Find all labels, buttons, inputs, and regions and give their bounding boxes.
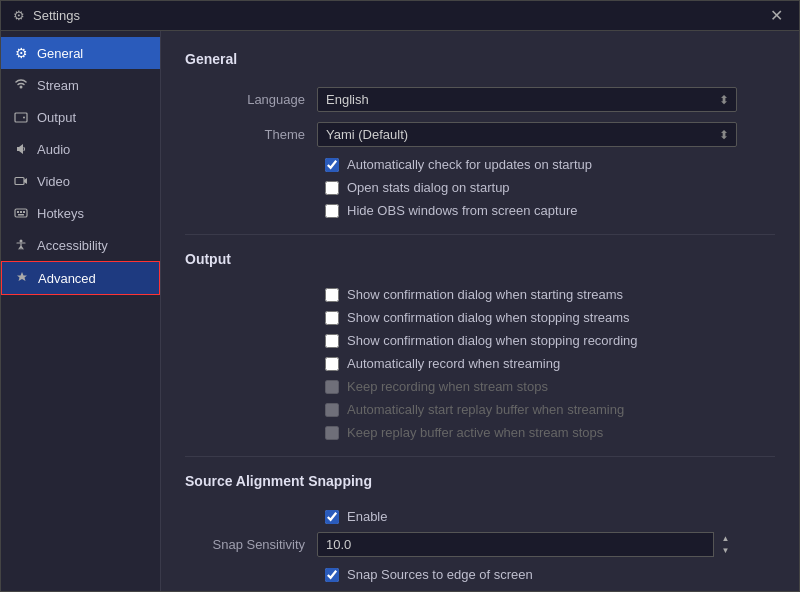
sidebar-item-advanced[interactable]: Advanced	[1, 261, 160, 295]
snap-other-label[interactable]: Snap Sources to other sources	[347, 590, 526, 591]
snapping-section: Source Alignment Snapping Enable Snap Se…	[185, 473, 775, 591]
check-updates-label[interactable]: Automatically check for updates on start…	[347, 157, 592, 172]
theme-label: Theme	[185, 127, 305, 142]
confirm-stop-recording-label[interactable]: Show confirmation dialog when stopping r…	[347, 333, 638, 348]
confirm-stop-streams-row: Show confirmation dialog when stopping s…	[325, 310, 775, 325]
output-icon	[13, 109, 29, 125]
hide-obs-checkbox[interactable]	[325, 204, 339, 218]
sidebar: ⚙ General Stream Output Audio	[1, 31, 161, 591]
sidebar-item-hotkeys[interactable]: Hotkeys	[1, 197, 160, 229]
titlebar-left: ⚙ Settings	[11, 8, 80, 24]
general-section: General Language English Theme Yami (Def…	[185, 51, 775, 218]
close-button[interactable]: ✕	[764, 4, 789, 27]
advanced-icon	[14, 270, 30, 286]
snap-edge-row: Snap Sources to edge of screen	[325, 567, 775, 582]
snap-edge-checkbox[interactable]	[325, 568, 339, 582]
auto-replay-row: Automatically start replay buffer when s…	[325, 402, 775, 417]
svg-rect-7	[23, 211, 25, 213]
hide-obs-label[interactable]: Hide OBS windows from screen capture	[347, 203, 577, 218]
keep-recording-row: Keep recording when stream stops	[325, 379, 775, 394]
theme-row: Theme Yami (Default)	[185, 122, 775, 147]
keep-replay-row: Keep replay buffer active when stream st…	[325, 425, 775, 440]
sidebar-label-general: General	[37, 46, 83, 61]
enable-snapping-row: Enable	[325, 509, 775, 524]
snap-other-row: Snap Sources to other sources	[325, 590, 775, 591]
sidebar-item-accessibility[interactable]: Accessibility	[1, 229, 160, 261]
snap-sensitivity-wrap: ▲ ▼	[317, 532, 737, 557]
language-label: Language	[185, 92, 305, 107]
auto-record-checkbox[interactable]	[325, 357, 339, 371]
window-content: ⚙ General Stream Output Audio	[1, 31, 799, 591]
main-content: General Language English Theme Yami (Def…	[161, 31, 799, 591]
open-stats-row: Open stats dialog on startup	[325, 180, 775, 195]
language-select[interactable]: English	[317, 87, 737, 112]
settings-window: ⚙ Settings ✕ ⚙ General Stream Output	[0, 0, 800, 592]
svg-rect-5	[17, 211, 19, 213]
hide-obs-row: Hide OBS windows from screen capture	[325, 203, 775, 218]
snap-other-checkbox[interactable]	[325, 591, 339, 592]
sidebar-label-stream: Stream	[37, 78, 79, 93]
sidebar-label-advanced: Advanced	[38, 271, 96, 286]
confirm-start-label[interactable]: Show confirmation dialog when starting s…	[347, 287, 623, 302]
confirm-start-row: Show confirmation dialog when starting s…	[325, 287, 775, 302]
keep-recording-label: Keep recording when stream stops	[347, 379, 548, 394]
divider-2	[185, 456, 775, 457]
divider-1	[185, 234, 775, 235]
svg-point-0	[20, 86, 23, 89]
general-icon: ⚙	[13, 45, 29, 61]
theme-select-wrap: Yami (Default)	[317, 122, 737, 147]
sidebar-label-audio: Audio	[37, 142, 70, 157]
open-stats-checkbox[interactable]	[325, 181, 339, 195]
snap-down-arrow[interactable]: ▼	[714, 545, 737, 558]
general-section-title: General	[185, 51, 775, 71]
svg-rect-3	[15, 178, 24, 185]
window-title: Settings	[33, 8, 80, 23]
sidebar-item-general[interactable]: ⚙ General	[1, 37, 160, 69]
check-updates-checkbox[interactable]	[325, 158, 339, 172]
keep-recording-checkbox[interactable]	[325, 380, 339, 394]
sidebar-label-output: Output	[37, 110, 76, 125]
snap-arrows: ▲ ▼	[713, 532, 737, 557]
snap-edge-label[interactable]: Snap Sources to edge of screen	[347, 567, 533, 582]
auto-replay-checkbox[interactable]	[325, 403, 339, 417]
confirm-stop-recording-checkbox[interactable]	[325, 334, 339, 348]
hotkeys-icon	[13, 205, 29, 221]
enable-snapping-label[interactable]: Enable	[347, 509, 387, 524]
auto-record-label[interactable]: Automatically record when streaming	[347, 356, 560, 371]
confirm-start-checkbox[interactable]	[325, 288, 339, 302]
keep-replay-label: Keep replay buffer active when stream st…	[347, 425, 603, 440]
open-stats-label[interactable]: Open stats dialog on startup	[347, 180, 510, 195]
output-section-title: Output	[185, 251, 775, 271]
sidebar-label-accessibility: Accessibility	[37, 238, 108, 253]
svg-point-2	[23, 117, 25, 119]
confirm-stop-streams-label[interactable]: Show confirmation dialog when stopping s…	[347, 310, 630, 325]
sidebar-item-output[interactable]: Output	[1, 101, 160, 133]
titlebar: ⚙ Settings ✕	[1, 1, 799, 31]
snap-sensitivity-row: Snap Sensitivity ▲ ▼	[185, 532, 775, 557]
snap-up-arrow[interactable]: ▲	[714, 532, 737, 545]
video-icon	[13, 173, 29, 189]
keep-replay-checkbox[interactable]	[325, 426, 339, 440]
svg-point-9	[20, 240, 23, 243]
enable-snapping-checkbox[interactable]	[325, 510, 339, 524]
snapping-section-title: Source Alignment Snapping	[185, 473, 775, 493]
sidebar-label-video: Video	[37, 174, 70, 189]
snap-sensitivity-label: Snap Sensitivity	[185, 537, 305, 552]
sidebar-item-stream[interactable]: Stream	[1, 69, 160, 101]
accessibility-icon	[13, 237, 29, 253]
theme-select[interactable]: Yami (Default)	[317, 122, 737, 147]
sidebar-item-audio[interactable]: Audio	[1, 133, 160, 165]
snap-sensitivity-input[interactable]	[317, 532, 737, 557]
auto-replay-label: Automatically start replay buffer when s…	[347, 402, 624, 417]
sidebar-item-video[interactable]: Video	[1, 165, 160, 197]
language-select-wrap: English	[317, 87, 737, 112]
audio-icon	[13, 141, 29, 157]
language-row: Language English	[185, 87, 775, 112]
sidebar-label-hotkeys: Hotkeys	[37, 206, 84, 221]
confirm-stop-recording-row: Show confirmation dialog when stopping r…	[325, 333, 775, 348]
stream-icon	[13, 77, 29, 93]
svg-rect-6	[20, 211, 22, 213]
settings-icon: ⚙	[11, 8, 27, 24]
auto-record-row: Automatically record when streaming	[325, 356, 775, 371]
confirm-stop-streams-checkbox[interactable]	[325, 311, 339, 325]
